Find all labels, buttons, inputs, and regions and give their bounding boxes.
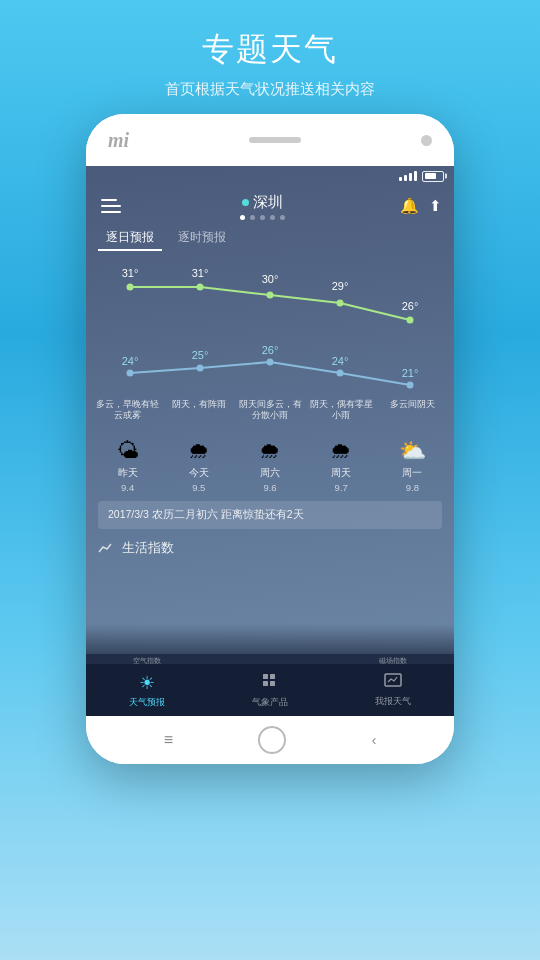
weather-forecast-icon: ☀ bbox=[139, 672, 155, 694]
svg-point-9 bbox=[407, 317, 414, 324]
report-weather-icon bbox=[384, 673, 402, 693]
svg-point-8 bbox=[337, 300, 344, 307]
chart-svg: 31° 31° 30° 29° 26° 24° 25° bbox=[94, 255, 446, 400]
bottom-tab-hints: 空气指数 磁场指数 bbox=[86, 654, 454, 664]
nav-label-products: 气象产品 bbox=[252, 696, 288, 709]
svg-point-15 bbox=[127, 370, 134, 377]
weather-desc-1: 阴天，有阵雨 bbox=[172, 399, 226, 435]
svg-text:29°: 29° bbox=[332, 280, 349, 292]
svg-point-16 bbox=[197, 365, 204, 372]
day-name-3: 周天 bbox=[331, 467, 351, 480]
svg-text:30°: 30° bbox=[262, 273, 279, 285]
nav-item-weather[interactable]: ☀ 天气预报 bbox=[86, 672, 209, 709]
svg-text:31°: 31° bbox=[192, 267, 209, 279]
app-header: 深圳 🔔 ⬆ bbox=[86, 186, 454, 226]
phone-camera bbox=[421, 135, 432, 146]
weather-day-4: 多云间阴天 ⛅ 周一 9.8 bbox=[377, 399, 448, 493]
day-date-0: 9.4 bbox=[121, 482, 134, 493]
nav-item-products[interactable]: 气象产品 bbox=[209, 672, 332, 709]
phone-bottom-bezel: ≡ ‹ bbox=[86, 716, 454, 764]
page-dots bbox=[240, 215, 285, 220]
page-title: 专题天气 bbox=[0, 28, 540, 72]
svg-point-17 bbox=[267, 359, 274, 366]
weather-day-1: 阴天，有阵雨 🌧 今天 9.5 bbox=[163, 399, 234, 493]
spacer bbox=[86, 563, 454, 624]
day-name-1: 今天 bbox=[189, 467, 209, 480]
weather-days-row: 多云，早晚有轻云或雾 🌤 昨天 9.4 阴天，有阵雨 🌧 今天 9.5 阴天间多… bbox=[86, 399, 454, 493]
weather-desc-0: 多云，早晚有轻云或雾 bbox=[92, 399, 163, 435]
svg-rect-23 bbox=[270, 681, 275, 686]
weather-icon-4: ⛅ bbox=[399, 437, 426, 465]
weather-desc-2: 阴天间多云，有分散小雨 bbox=[234, 399, 305, 435]
info-bar: 2017/3/3 农历二月初六 距离惊蛰还有2天 bbox=[98, 501, 442, 529]
day-name-4: 周一 bbox=[402, 467, 422, 480]
bottom-nav: ☀ 天气预报 气象产品 bbox=[86, 664, 454, 716]
svg-text:24°: 24° bbox=[332, 355, 349, 367]
svg-point-18 bbox=[337, 370, 344, 377]
svg-text:31°: 31° bbox=[122, 267, 139, 279]
weather-desc-4: 多云间阴天 bbox=[390, 399, 435, 435]
city-name[interactable]: 深圳 bbox=[242, 193, 283, 212]
weather-products-icon bbox=[261, 672, 279, 694]
weather-day-3: 阴天，偶有零星小雨 🌧 周天 9.7 bbox=[306, 399, 377, 493]
svg-text:24°: 24° bbox=[122, 355, 139, 367]
day-date-1: 9.5 bbox=[192, 482, 205, 493]
phone-frame: mi bbox=[86, 114, 454, 764]
svg-point-19 bbox=[407, 382, 414, 389]
svg-point-7 bbox=[267, 292, 274, 299]
phone-logo: mi bbox=[108, 129, 129, 152]
nav-item-report[interactable]: 我报天气 bbox=[331, 673, 454, 708]
svg-point-6 bbox=[197, 284, 204, 291]
svg-text:21°: 21° bbox=[402, 367, 419, 379]
weather-icon-0: 🌤 bbox=[117, 437, 139, 465]
sound-icon[interactable]: 🔔 bbox=[400, 197, 419, 215]
phone-top-bezel: mi bbox=[86, 114, 454, 166]
weather-day-2: 阴天间多云，有分散小雨 🌧 周六 9.6 bbox=[234, 399, 305, 493]
home-button[interactable] bbox=[258, 726, 286, 754]
temperature-chart: 31° 31° 30° 29° 26° 24° 25° bbox=[86, 255, 454, 404]
nav-label-report: 我报天气 bbox=[375, 695, 411, 708]
day-date-2: 9.6 bbox=[263, 482, 276, 493]
page-header: 专题天气 首页根据天气状况推送相关内容 bbox=[0, 0, 540, 114]
svg-text:26°: 26° bbox=[262, 344, 279, 356]
life-index-row[interactable]: 生活指数 bbox=[98, 539, 442, 557]
weather-icon-2: 🌧 bbox=[259, 437, 281, 465]
tab-daily[interactable]: 逐日预报 bbox=[98, 226, 162, 251]
weather-desc-3: 阴天，偶有零星小雨 bbox=[306, 399, 377, 435]
signal-strength bbox=[399, 171, 417, 181]
svg-point-5 bbox=[127, 284, 134, 291]
location-dot bbox=[242, 199, 249, 206]
page-container: 专题天气 首页根据天气状况推送相关内容 mi bbox=[0, 0, 540, 960]
menu-button[interactable]: ≡ bbox=[164, 731, 173, 749]
weather-day-0: 多云，早晚有轻云或雾 🌤 昨天 9.4 bbox=[92, 399, 163, 493]
life-index-label: 生活指数 bbox=[122, 539, 174, 557]
back-button[interactable]: ‹ bbox=[372, 732, 377, 748]
nav-gradient bbox=[86, 624, 454, 654]
page-subtitle: 首页根据天气状况推送相关内容 bbox=[0, 80, 540, 99]
phone-screen: 深圳 🔔 ⬆ 逐日预报 逐时预报 bbox=[86, 166, 454, 716]
tab-hourly[interactable]: 逐时预报 bbox=[170, 226, 234, 251]
svg-rect-21 bbox=[270, 674, 275, 679]
chart-line-icon bbox=[98, 540, 114, 556]
status-bar bbox=[86, 166, 454, 186]
share-icon[interactable]: ⬆ bbox=[429, 197, 442, 215]
weather-icon-1: 🌧 bbox=[188, 437, 210, 465]
day-name-0: 昨天 bbox=[118, 467, 138, 480]
day-name-2: 周六 bbox=[260, 467, 280, 480]
day-date-4: 9.8 bbox=[406, 482, 419, 493]
svg-rect-22 bbox=[263, 681, 268, 686]
svg-text:26°: 26° bbox=[402, 300, 419, 312]
svg-text:25°: 25° bbox=[192, 349, 209, 361]
header-actions: 🔔 ⬆ bbox=[400, 197, 442, 215]
battery-icon bbox=[422, 171, 444, 182]
city-area: 深圳 bbox=[240, 193, 285, 220]
day-date-3: 9.7 bbox=[335, 482, 348, 493]
nav-label-weather: 天气预报 bbox=[129, 696, 165, 709]
weather-icon-3: 🌧 bbox=[330, 437, 352, 465]
svg-rect-20 bbox=[263, 674, 268, 679]
phone-speaker bbox=[249, 137, 301, 143]
tab-bar: 逐日预报 逐时预报 bbox=[86, 226, 454, 251]
hamburger-menu-icon[interactable] bbox=[98, 196, 124, 216]
